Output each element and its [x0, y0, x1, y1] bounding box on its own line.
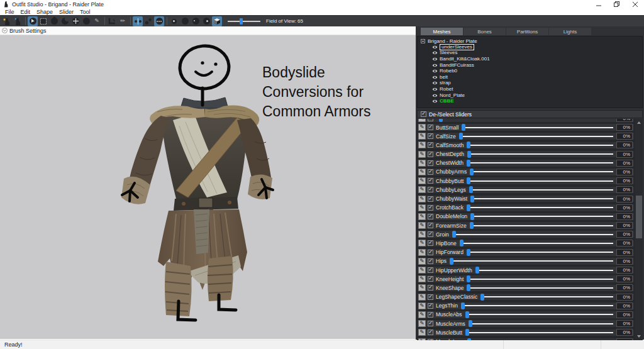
slider-track[interactable]: [469, 186, 613, 193]
menu-item[interactable]: Edit: [18, 9, 34, 15]
transform-tool-icon[interactable]: [107, 16, 117, 26]
slider-edit-button[interactable]: ✎: [418, 329, 426, 336]
slider-track[interactable]: [459, 133, 613, 140]
slider-edit-button[interactable]: ✎: [418, 169, 426, 175]
slider-checkbox[interactable]: ✓: [428, 267, 433, 273]
scroll-down-icon[interactable]: [637, 335, 641, 338]
slider-checkbox[interactable]: ✓: [428, 339, 433, 340]
brush-falloff-4-icon[interactable]: [201, 16, 211, 26]
slider-track[interactable]: [450, 258, 613, 265]
slider-track[interactable]: [467, 249, 613, 256]
slider-track[interactable]: [480, 294, 613, 301]
panel-tab[interactable]: Bones: [464, 28, 506, 35]
minimize-button[interactable]: [589, 0, 608, 8]
mask-brush-icon[interactable]: [38, 16, 48, 26]
slider-checkbox[interactable]: ✓: [428, 119, 433, 121]
slider-track[interactable]: [467, 160, 613, 167]
slider-edit-button[interactable]: ✎: [418, 133, 426, 140]
slider-edit-button[interactable]: ✎: [418, 186, 426, 193]
title-bar[interactable]: Outfit Studio - Brigand - Raider Plate: [0, 0, 644, 8]
maximize-button[interactable]: [608, 0, 626, 8]
slider-checkbox[interactable]: ✓: [428, 205, 433, 211]
slider-track[interactable]: [439, 119, 613, 122]
slider-track[interactable]: [465, 329, 613, 336]
mesh-item[interactable]: Robet: [421, 86, 642, 92]
visibility-eye-icon[interactable]: [432, 69, 438, 73]
slider-edit-button[interactable]: ✎: [418, 119, 426, 122]
slider-track[interactable]: [470, 169, 613, 175]
slider-checkbox[interactable]: ✓: [428, 240, 433, 246]
slider-edit-button[interactable]: ✎: [418, 320, 426, 327]
slider-edit-button[interactable]: ✎: [418, 284, 426, 291]
brush-settings-bar[interactable]: Brush Settings: [0, 26, 416, 35]
slider-track[interactable]: [460, 240, 613, 247]
panel-tab[interactable]: Meshes: [421, 28, 463, 35]
slider-edit-button[interactable]: ✎: [418, 160, 426, 167]
slider-edit-button[interactable]: ✎: [418, 177, 426, 184]
visibility-eye-icon[interactable]: [432, 94, 438, 97]
brush-falloff-3-icon[interactable]: [191, 16, 201, 26]
weight-brush-icon[interactable]: ✎: [92, 16, 102, 26]
slider-thumb[interactable]: [439, 119, 443, 122]
menu-item[interactable]: Slider: [56, 9, 77, 15]
slider-track[interactable]: [462, 124, 613, 131]
mesh-item[interactable]: BanditFCuirass: [421, 62, 642, 69]
slider-checkbox[interactable]: ✓: [428, 223, 433, 228]
slider-track[interactable]: [467, 338, 613, 340]
slider-track[interactable]: [470, 213, 613, 220]
visibility-eye-icon[interactable]: [432, 57, 438, 61]
slider-edit-button[interactable]: ✎: [418, 275, 426, 282]
slider-checkbox[interactable]: ✓: [428, 276, 433, 282]
slider-edit-button[interactable]: ✎: [418, 204, 426, 211]
slider-scrollbar[interactable]: [635, 119, 643, 340]
slider-edit-button[interactable]: ✎: [418, 141, 426, 148]
slider-edit-button[interactable]: ✎: [418, 231, 426, 238]
mesh-item[interactable]: Robeb0: [421, 68, 642, 74]
scroll-up-icon[interactable]: [637, 121, 641, 124]
slider-edit-button[interactable]: ✎: [418, 196, 426, 202]
slider-checkbox[interactable]: ✓: [428, 312, 433, 318]
visibility-eye-icon[interactable]: [432, 81, 438, 85]
mesh-item[interactable]: underSleeves: [421, 44, 642, 50]
visibility-eye-icon[interactable]: [432, 99, 438, 103]
chevron-down-icon[interactable]: [2, 28, 8, 33]
slider-edit-button[interactable]: ✎: [418, 222, 426, 229]
slider-edit-button[interactable]: ✎: [418, 302, 426, 309]
fov-slider[interactable]: Field of View: 65: [228, 18, 303, 24]
x-mirror-icon[interactable]: [133, 16, 143, 26]
slider-checkbox[interactable]: ✓: [428, 142, 433, 148]
save-project-icon[interactable]: [13, 16, 23, 26]
slider-checkbox[interactable]: ✓: [428, 196, 433, 202]
slider-track[interactable]: [467, 151, 613, 158]
slider-edit-button[interactable]: ✎: [418, 249, 426, 256]
collapse-icon[interactable]: [421, 39, 425, 43]
close-button[interactable]: [626, 0, 644, 8]
slider-checkbox[interactable]: ✓: [428, 160, 433, 166]
viewport-3d[interactable]: BodyslideConversions forCommon Armors: [0, 35, 416, 339]
slider-track[interactable]: [470, 196, 613, 202]
fov-slider-thumb[interactable]: [240, 18, 243, 25]
visibility-eye-icon[interactable]: [432, 64, 438, 67]
slider-checkbox[interactable]: ✓: [428, 125, 433, 130]
slider-checkbox[interactable]: ✓: [428, 169, 433, 175]
slider-edit-button[interactable]: ✎: [418, 311, 426, 318]
slider-edit-button[interactable]: ✎: [418, 294, 426, 301]
slider-track[interactable]: [469, 320, 613, 327]
deselect-sliders-header[interactable]: ✓ De-/Select Sliders: [417, 110, 643, 118]
visibility-eye-icon[interactable]: [432, 87, 438, 91]
visibility-eye-icon[interactable]: [432, 45, 438, 49]
menu-item[interactable]: Tool: [77, 9, 94, 15]
mesh-item[interactable]: Nord_Plate: [421, 92, 642, 99]
slider-edit-button[interactable]: ✎: [418, 240, 426, 247]
smooth-brush-icon[interactable]: [81, 16, 91, 26]
menu-item[interactable]: File: [2, 9, 18, 15]
inflate-brush-icon[interactable]: [49, 16, 59, 26]
mesh-item[interactable]: CBBE: [421, 98, 642, 104]
perspective-toggle-icon[interactable]: [212, 16, 222, 26]
slider-checkbox[interactable]: ✓: [428, 303, 433, 309]
slider-track[interactable]: [467, 284, 613, 291]
slider-edit-button[interactable]: ✎: [418, 258, 426, 265]
slider-checkbox[interactable]: ✓: [428, 231, 433, 237]
slider-checkbox[interactable]: ✓: [428, 152, 433, 157]
slider-edit-button[interactable]: ✎: [418, 267, 426, 274]
